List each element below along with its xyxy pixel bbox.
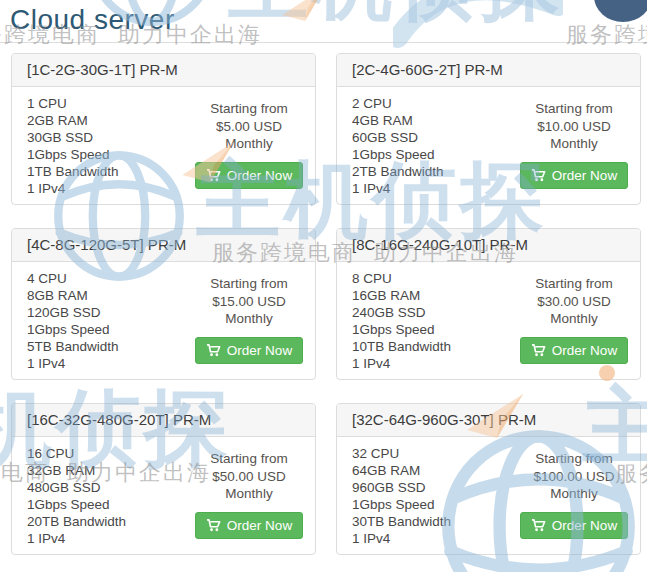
spec-item: 240GB SSD xyxy=(352,304,451,321)
spec-list: 2 CPU 4GB RAM 60GB SSD 1Gbps Speed 2TB B… xyxy=(337,87,444,197)
price-block: Starting from $30.00 USD Monthly Order N… xyxy=(518,262,630,372)
plan-card: [2C-4G-60G-2T] PR-M 2 CPU 4GB RAM 60GB S… xyxy=(336,53,641,205)
spec-list: 32 CPU 64GB RAM 960GB SSD 1Gbps Speed 30… xyxy=(337,437,451,547)
spec-item: 5TB Bandwidth xyxy=(27,338,119,355)
spec-item: 16 CPU xyxy=(27,445,126,462)
billing-cycle-label: Monthly xyxy=(518,485,630,503)
spec-item: 1Gbps Speed xyxy=(27,146,119,163)
spec-item: 20TB Bandwidth xyxy=(27,513,126,530)
price-block: Starting from $5.00 USD Monthly Order No… xyxy=(193,87,305,197)
starting-from-label: Starting from xyxy=(518,100,630,118)
starting-from-label: Starting from xyxy=(193,100,305,118)
spec-item: 1 IPv4 xyxy=(352,530,451,547)
spec-item: 1Gbps Speed xyxy=(27,496,126,513)
order-now-button[interactable]: Order Now xyxy=(195,512,303,539)
spec-item: 120GB SSD xyxy=(27,304,119,321)
shopping-cart-icon xyxy=(206,518,221,532)
spec-item: 1 IPv4 xyxy=(27,355,119,372)
logo-corner-decoration xyxy=(594,0,647,22)
plan-price: $30.00 USD xyxy=(518,293,630,311)
spec-item: 1Gbps Speed xyxy=(352,146,444,163)
spec-list: 16 CPU 32GB RAM 480GB SSD 1Gbps Speed 20… xyxy=(12,437,126,547)
price-block: Starting from $50.00 USD Monthly Order N… xyxy=(193,437,305,547)
plan-name: [32C-64G-960G-30T] PR-M xyxy=(337,404,640,437)
watermark-brand-text: 主机侦探 xyxy=(228,0,564,24)
watermark-tagline: 服务跨境电商 助力中企出海 xyxy=(566,20,647,50)
spec-item: 1Gbps Speed xyxy=(27,321,119,338)
spec-item: 8GB RAM xyxy=(27,287,119,304)
spec-item: 2GB RAM xyxy=(27,112,119,129)
order-now-button[interactable]: Order Now xyxy=(520,162,628,189)
order-now-button[interactable]: Order Now xyxy=(195,337,303,364)
billing-cycle-label: Monthly xyxy=(193,310,305,328)
plan-name: [8C-16G-240G-10T] PR-M xyxy=(337,229,640,262)
order-now-label: Order Now xyxy=(227,518,292,533)
order-now-label: Order Now xyxy=(552,343,617,358)
plan-price: $100.00 USD xyxy=(518,468,630,486)
spec-item: 1 IPv4 xyxy=(352,355,451,372)
shopping-cart-icon xyxy=(206,343,221,357)
plan-name: [4C-8G-120G-5T] PR-M xyxy=(12,229,315,262)
spec-item: 16GB RAM xyxy=(352,287,451,304)
shopping-cart-icon xyxy=(531,168,546,182)
order-now-button[interactable]: Order Now xyxy=(520,337,628,364)
plan-card: [8C-16G-240G-10T] PR-M 8 CPU 16GB RAM 24… xyxy=(336,228,641,380)
starting-from-label: Starting from xyxy=(518,450,630,468)
spec-item: 4GB RAM xyxy=(352,112,444,129)
plan-price: $15.00 USD xyxy=(193,293,305,311)
spec-item: 64GB RAM xyxy=(352,462,451,479)
spec-item: 8 CPU xyxy=(352,270,451,287)
plan-card: [4C-8G-120G-5T] PR-M 4 CPU 8GB RAM 120GB… xyxy=(11,228,316,380)
spec-item: 10TB Bandwidth xyxy=(352,338,451,355)
spec-item: 1Gbps Speed xyxy=(352,321,451,338)
shopping-cart-icon xyxy=(531,518,546,532)
page-title: Cloud server xyxy=(10,4,175,36)
spec-list: 8 CPU 16GB RAM 240GB SSD 1Gbps Speed 10T… xyxy=(337,262,451,372)
spec-item: 30GB SSD xyxy=(27,129,119,146)
paper-plane-icon xyxy=(282,0,328,24)
plan-card: [1C-2G-30G-1T] PR-M 1 CPU 2GB RAM 30GB S… xyxy=(11,53,316,205)
order-now-button[interactable]: Order Now xyxy=(195,162,303,189)
spec-item: 30TB Bandwidth xyxy=(352,513,451,530)
plan-price: $5.00 USD xyxy=(193,118,305,136)
page: Cloud server [1C-2G-30G-1T] PR-M 1 CPU 2… xyxy=(0,0,647,572)
price-block: Starting from $100.00 USD Monthly Order … xyxy=(518,437,630,547)
order-now-label: Order Now xyxy=(227,343,292,358)
order-now-label: Order Now xyxy=(227,168,292,183)
order-now-button[interactable]: Order Now xyxy=(520,512,628,539)
spec-item: 960GB SSD xyxy=(352,479,451,496)
price-block: Starting from $15.00 USD Monthly Order N… xyxy=(193,262,305,372)
spec-item: 1 CPU xyxy=(27,95,119,112)
plan-price: $50.00 USD xyxy=(193,468,305,486)
plan-name: [1C-2G-30G-1T] PR-M xyxy=(12,54,315,87)
spec-item: 1 IPv4 xyxy=(352,180,444,197)
spec-item: 2TB Bandwidth xyxy=(352,163,444,180)
billing-cycle-label: Monthly xyxy=(518,135,630,153)
spec-item: 32 CPU xyxy=(352,445,451,462)
starting-from-label: Starting from xyxy=(193,275,305,293)
price-block: Starting from $10.00 USD Monthly Order N… xyxy=(518,87,630,197)
plan-name: [16C-32G-480G-20T] PR-M xyxy=(12,404,315,437)
title-divider xyxy=(0,42,647,43)
starting-from-label: Starting from xyxy=(193,450,305,468)
plan-card: [32C-64G-960G-30T] PR-M 32 CPU 64GB RAM … xyxy=(336,403,641,555)
spec-item: 2 CPU xyxy=(352,95,444,112)
plan-price: $10.00 USD xyxy=(518,118,630,136)
spec-item: 32GB RAM xyxy=(27,462,126,479)
billing-cycle-label: Monthly xyxy=(518,310,630,328)
shopping-cart-icon xyxy=(206,168,221,182)
order-now-label: Order Now xyxy=(552,518,617,533)
billing-cycle-label: Monthly xyxy=(193,485,305,503)
order-now-label: Order Now xyxy=(552,168,617,183)
starting-from-label: Starting from xyxy=(518,275,630,293)
spec-item: 60GB SSD xyxy=(352,129,444,146)
billing-cycle-label: Monthly xyxy=(193,135,305,153)
spec-item: 480GB SSD xyxy=(27,479,126,496)
swoosh-decoration xyxy=(393,0,563,48)
spec-list: 4 CPU 8GB RAM 120GB SSD 1Gbps Speed 5TB … xyxy=(12,262,119,372)
plan-card: [16C-32G-480G-20T] PR-M 16 CPU 32GB RAM … xyxy=(11,403,316,555)
spec-item: 4 CPU xyxy=(27,270,119,287)
spec-list: 1 CPU 2GB RAM 30GB SSD 1Gbps Speed 1TB B… xyxy=(12,87,119,197)
plan-name: [2C-4G-60G-2T] PR-M xyxy=(337,54,640,87)
spec-item: 1TB Bandwidth xyxy=(27,163,119,180)
